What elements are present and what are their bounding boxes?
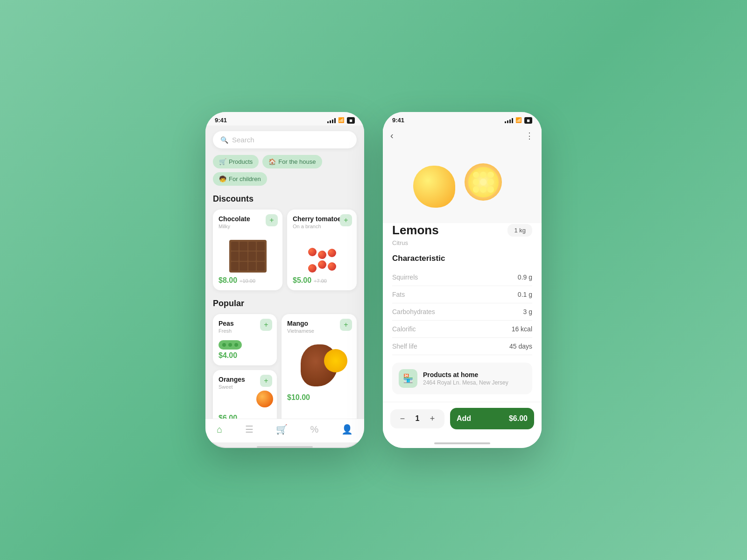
store-card[interactable]: 🏪 Products at home 2464 Royal Ln. Mesa, … — [392, 363, 532, 394]
char-calorific-label: Calorific — [392, 325, 416, 333]
signal-icon-right — [505, 118, 513, 123]
add-tomatoes-button[interactable]: + — [340, 214, 352, 226]
add-price: $6.00 — [509, 414, 528, 423]
qty-decrease-button[interactable]: − — [398, 414, 407, 424]
discount-row: Chocolate Milky + $8.00 +10.00 Cherry — [213, 210, 357, 290]
char-fats-value: 0.1 g — [518, 291, 532, 298]
qty-increase-button[interactable]: + — [428, 414, 437, 424]
right-screen: ‹ ⋮ Lemons 1 kg Citrus Characteristic — [383, 126, 542, 448]
percent-icon: % — [310, 424, 319, 435]
lemon-whole-visual — [413, 166, 455, 208]
back-button[interactable]: ‹ — [390, 130, 394, 141]
signal-icon — [327, 118, 336, 123]
store-icon: 🏪 — [399, 369, 417, 388]
popular-left-col: Peas Fresh + $4.00 Oranges Swe — [213, 314, 277, 419]
popular-grid: Peas Fresh + $4.00 Oranges Swe — [213, 314, 357, 419]
peas-card[interactable]: Peas Fresh + $4.00 — [213, 314, 277, 365]
nav-profile[interactable]: 👤 — [341, 424, 353, 435]
tomatoes-visual — [306, 248, 338, 273]
list-search-icon: ☰ — [245, 424, 254, 435]
search-placeholder: Search — [232, 136, 254, 144]
char-squirrels: Squirrels 0.9 g — [392, 269, 532, 286]
home-indicator — [257, 446, 313, 448]
chocolate-image — [218, 233, 277, 273]
left-screen: 🔍 Search 🛒 Products 🏠 For the house 🧒 Fo… — [205, 126, 364, 419]
product-info-card: Lemons 1 kg Citrus Characteristic Squirr… — [383, 214, 542, 402]
status-bar-right: 9:41 📶 ■ — [383, 112, 542, 126]
add-to-cart-button[interactable]: Add $6.00 — [450, 408, 534, 429]
add-chocolate-button[interactable]: + — [266, 214, 278, 226]
store-name: Products at home — [423, 371, 508, 378]
category-products[interactable]: 🛒 Products — [213, 155, 259, 168]
wifi-icon-right: 📶 — [515, 117, 522, 123]
children-icon: 🧒 — [219, 175, 226, 182]
category-pills: 🛒 Products 🏠 For the house 🧒 For childre… — [213, 155, 357, 186]
right-phone: 9:41 📶 ■ ‹ ⋮ — [383, 112, 542, 448]
char-calorific-value: 16 kcal — [512, 325, 532, 333]
nav-search[interactable]: ☰ — [245, 424, 254, 435]
bottom-nav: ⌂ ☰ 🛒 % 👤 — [205, 419, 364, 442]
battery-icon-right: ■ — [524, 117, 532, 124]
house-icon: 🏠 — [268, 158, 276, 165]
product-category: Citrus — [392, 239, 532, 246]
nav-discount[interactable]: % — [310, 424, 319, 435]
discounts-title: Discounts — [213, 194, 357, 204]
mango-image — [287, 337, 351, 393]
home-icon: ⌂ — [217, 424, 222, 435]
product-name: Lemons — [392, 223, 439, 238]
mango-visual — [301, 344, 338, 386]
time-left: 9:41 — [215, 117, 227, 124]
lemon-half-visual — [465, 163, 502, 201]
products-icon: 🛒 — [219, 158, 226, 165]
chocolate-price: $8.00 — [218, 276, 237, 285]
char-squirrels-value: 0.9 g — [518, 273, 532, 281]
orange-visual — [256, 391, 273, 407]
tomatoes-price-row: $5.00 +7.00 — [293, 276, 351, 285]
mango-card[interactable]: Mango Vietnamese + $10.00 — [282, 314, 357, 419]
qty-value: 1 — [414, 414, 421, 423]
peas-price: $4.00 — [218, 351, 271, 360]
detail-header: ‹ ⋮ — [383, 126, 542, 141]
add-label: Add — [457, 414, 471, 423]
lemon-inner-visual — [468, 167, 499, 197]
status-bar-left: 9:41 📶 ■ — [205, 112, 364, 126]
category-house[interactable]: 🏠 For the house — [262, 155, 322, 168]
status-icons-right: 📶 ■ — [505, 117, 532, 124]
search-bar[interactable]: 🔍 Search — [213, 131, 357, 148]
chocolate-price-row: $8.00 +10.00 — [218, 276, 277, 285]
add-oranges-button[interactable]: + — [260, 375, 272, 387]
nav-home[interactable]: ⌂ — [217, 424, 222, 435]
product-hero — [383, 141, 542, 223]
mango-cut-visual — [324, 349, 347, 372]
char-squirrels-label: Squirrels — [392, 273, 418, 281]
tomatoes-card[interactable]: Cherry tomatoes On a branch + $5.00 +7.0… — [287, 210, 357, 290]
store-address: 2464 Royal Ln. Mesa, New Jersey — [423, 379, 508, 386]
add-peas-button[interactable]: + — [260, 319, 272, 331]
chocolate-card[interactable]: Chocolate Milky + $8.00 +10.00 — [213, 210, 282, 290]
char-fats-label: Fats — [392, 291, 405, 298]
char-carbs-label: Carbohydrates — [392, 308, 435, 315]
product-name-row: Lemons 1 kg — [392, 223, 532, 238]
more-button[interactable]: ⋮ — [525, 131, 534, 141]
add-mango-button[interactable]: + — [340, 319, 352, 331]
battery-icon: ■ — [347, 117, 355, 124]
wifi-icon: 📶 — [338, 117, 345, 123]
bottom-action: − 1 + Add $6.00 — [383, 402, 542, 439]
nav-cart[interactable]: 🛒 — [276, 424, 288, 435]
chocolate-old-price: +10.00 — [240, 278, 255, 284]
cart-icon: 🛒 — [276, 424, 288, 435]
weight-badge[interactable]: 1 kg — [507, 224, 532, 237]
oranges-card[interactable]: Oranges Sweet + $6.00 — [213, 370, 277, 419]
category-children[interactable]: 🧒 For children — [213, 172, 267, 186]
home-indicator-right — [434, 442, 490, 444]
quantity-control: − 1 + — [390, 409, 444, 428]
char-shelf-value: 45 days — [509, 343, 532, 350]
tomatoes-price: $5.00 — [293, 276, 311, 285]
tomatoes-image — [293, 233, 351, 273]
left-phone: 9:41 📶 ■ 🔍 Search 🛒 Products 🏠 — [205, 112, 364, 448]
char-carbs-value: 3 g — [523, 308, 532, 315]
pea-visual — [218, 340, 242, 350]
time-right: 9:41 — [392, 117, 404, 124]
chocolate-visual — [229, 240, 267, 273]
tomatoes-old-price: +7.00 — [314, 278, 327, 284]
